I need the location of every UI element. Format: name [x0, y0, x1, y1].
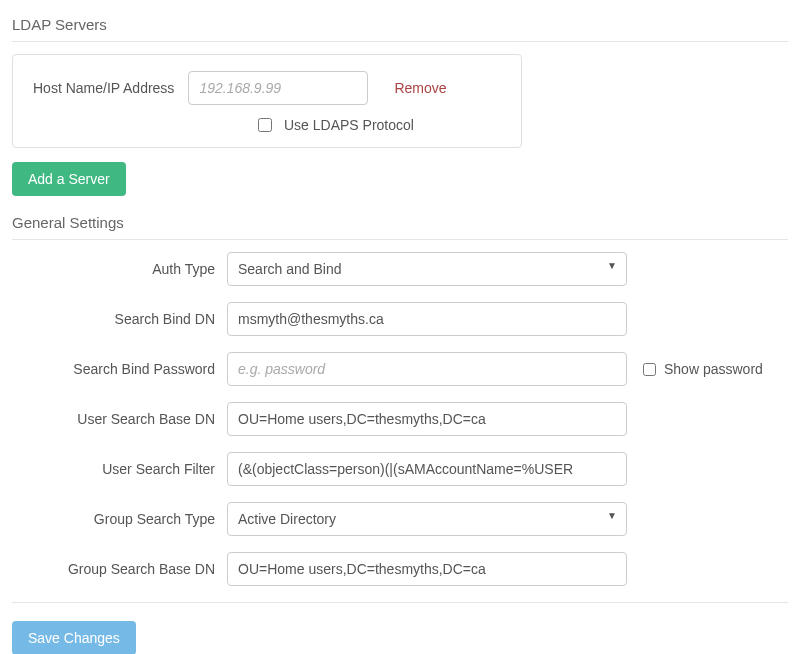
user-search-filter-row: User Search Filter [12, 452, 788, 486]
divider [12, 239, 788, 240]
save-changes-button[interactable]: Save Changes [12, 621, 136, 654]
group-search-base-dn-label: Group Search Base DN [12, 561, 227, 577]
auth-type-select[interactable]: Search and Bind [227, 252, 627, 286]
user-search-base-dn-input[interactable] [227, 402, 627, 436]
search-bind-dn-label: Search Bind DN [12, 311, 227, 327]
user-search-filter-input[interactable] [227, 452, 627, 486]
use-ldaps-label: Use LDAPS Protocol [284, 117, 414, 133]
search-bind-pw-input[interactable] [227, 352, 627, 386]
user-search-base-dn-row: User Search Base DN [12, 402, 788, 436]
server-box: Host Name/IP Address Remove Use LDAPS Pr… [12, 54, 522, 148]
use-ldaps-checkbox[interactable] [258, 118, 272, 132]
user-search-base-dn-label: User Search Base DN [12, 411, 227, 427]
group-search-type-label: Group Search Type [12, 511, 227, 527]
search-bind-dn-row: Search Bind DN [12, 302, 788, 336]
host-input[interactable] [188, 71, 368, 105]
server-row: Host Name/IP Address Remove [33, 71, 501, 105]
show-password-checkbox[interactable] [643, 363, 656, 376]
general-settings-form: Auth Type Search and Bind ▼ Search Bind … [12, 252, 788, 586]
ldaps-row: Use LDAPS Protocol [258, 117, 501, 133]
divider [12, 41, 788, 42]
ldap-servers-title: LDAP Servers [12, 12, 788, 41]
show-password-label: Show password [664, 361, 763, 377]
user-search-filter-label: User Search Filter [12, 461, 227, 477]
show-password-wrap: Show password [643, 361, 763, 377]
host-label: Host Name/IP Address [33, 80, 174, 96]
group-search-type-row: Group Search Type Active Directory ▼ [12, 502, 788, 536]
search-bind-dn-input[interactable] [227, 302, 627, 336]
add-server-button[interactable]: Add a Server [12, 162, 126, 196]
auth-type-label: Auth Type [12, 261, 227, 277]
group-search-base-dn-input[interactable] [227, 552, 627, 586]
search-bind-pw-label: Search Bind Password [12, 361, 227, 377]
general-settings-title: General Settings [12, 210, 788, 239]
auth-type-row: Auth Type Search and Bind ▼ [12, 252, 788, 286]
search-bind-pw-row: Search Bind Password Show password [12, 352, 788, 386]
divider [12, 602, 788, 603]
remove-server-link[interactable]: Remove [394, 80, 446, 96]
group-search-type-select[interactable]: Active Directory [227, 502, 627, 536]
group-search-base-dn-row: Group Search Base DN [12, 552, 788, 586]
